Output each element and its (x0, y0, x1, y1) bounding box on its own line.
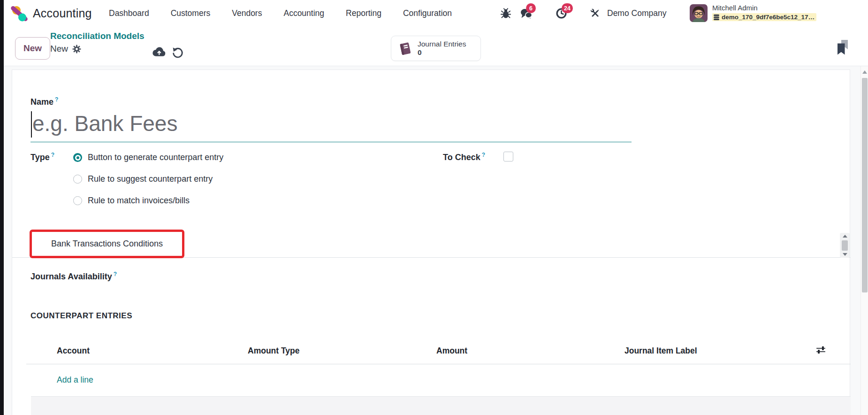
table-header-divider (26, 364, 851, 364)
menu-item-accounting[interactable]: Accounting (283, 8, 324, 18)
left-edge-strip (0, 0, 4, 415)
type-option-rule-match[interactable]: Rule to match invoices/bills (73, 196, 190, 206)
main-content: Name? Type? Button to generate counterpa… (0, 66, 868, 415)
journal-book-icon (398, 41, 412, 56)
breadcrumb-current: New (50, 43, 68, 54)
journals-availability-label: Journals Availability? (30, 271, 117, 282)
discard-undo-icon[interactable] (172, 46, 184, 61)
debug-bug-icon[interactable] (500, 8, 511, 21)
database-icon (713, 14, 720, 21)
annotation-red-box: Bank Transactions Conditions (30, 230, 184, 258)
name-field-label: Name? (30, 96, 58, 107)
radio-label: Rule to suggest counterpart entry (88, 174, 213, 184)
menu-item-dashboard[interactable]: Dashboard (109, 8, 149, 18)
to-check-label-text: To Check (443, 153, 480, 162)
form-sheet: Name? Type? Button to generate counterpa… (12, 69, 850, 415)
breadcrumb: Reconciliation Models New (50, 31, 145, 54)
scroll-up-arrow-icon[interactable] (843, 235, 847, 238)
journals-availability-text: Journals Availability (30, 272, 112, 281)
activities-tray-button[interactable]: 24 (556, 8, 567, 21)
column-header-amount-type[interactable]: Amount Type (248, 346, 300, 356)
name-input-wrap (30, 108, 632, 142)
to-check-field-label: To Check? (443, 152, 485, 162)
app-name: Accounting (33, 7, 92, 20)
database-name: demo_170_9df7e6be5c12_17… (722, 14, 815, 21)
text-caret (31, 111, 32, 138)
scroll-down-arrow-icon[interactable] (843, 253, 847, 256)
column-header-amount[interactable]: Amount (436, 346, 467, 356)
control-panel: New Reconciliation Models New (0, 27, 868, 66)
scrollbar-up-arrow-icon[interactable] (862, 70, 867, 74)
save-cloud-icon[interactable] (152, 46, 166, 59)
messages-tray-button[interactable]: 6 (520, 8, 533, 22)
messages-badge: 6 (526, 3, 536, 13)
action-gear-icon[interactable] (72, 45, 81, 54)
column-header-journal-item-label[interactable]: Journal Item Label (624, 346, 697, 356)
bookmark-icon[interactable] (837, 39, 849, 58)
tools-icon[interactable] (589, 8, 601, 21)
radio-label: Button to generate counterpart entry (88, 153, 223, 162)
menu-item-vendors[interactable]: Vendors (232, 8, 262, 18)
to-check-checkbox[interactable] (503, 152, 513, 161)
to-check-help-icon[interactable]: ? (482, 152, 485, 158)
radio-unselected-icon[interactable] (73, 175, 82, 184)
table-footer (31, 397, 851, 415)
type-field-label: Type? (30, 152, 54, 162)
app-switcher[interactable]: Accounting (10, 0, 92, 27)
inner-scrollbar[interactable] (840, 233, 850, 258)
journal-entries-stat-button[interactable]: Journal Entries 0 (391, 36, 481, 61)
add-a-line-link[interactable]: Add a line (57, 375, 93, 385)
radio-selected-icon[interactable] (73, 153, 82, 162)
main-scrollbar[interactable] (860, 66, 868, 415)
accounting-app-logo (10, 5, 28, 23)
inner-scrollbar-thumb[interactable] (842, 240, 848, 251)
user-avatar[interactable] (690, 4, 708, 22)
main-scrollbar-thumb[interactable] (862, 78, 868, 292)
column-header-account[interactable]: Account (57, 346, 90, 356)
tab-bank-transactions-conditions[interactable]: Bank Transactions Conditions (51, 239, 163, 249)
type-option-rule-suggest[interactable]: Rule to suggest counterpart entry (73, 174, 213, 184)
journal-entries-count: 0 (418, 48, 466, 57)
menu-item-configuration[interactable]: Configuration (403, 8, 452, 18)
name-label-text: Name (30, 97, 53, 107)
journals-availability-help-icon[interactable]: ? (114, 271, 117, 277)
type-option-button-generate[interactable]: Button to generate counterpart entry (73, 153, 223, 162)
radio-label: Rule to match invoices/bills (88, 196, 190, 206)
database-indicator: demo_170_9df7e6be5c12_17… (712, 13, 816, 21)
top-navbar: Accounting Dashboard Customers Vendors A… (0, 0, 868, 27)
main-menu: Dashboard Customers Vendors Accounting R… (109, 0, 452, 27)
counterpart-entries-title: COUNTERPART ENTRIES (30, 311, 132, 321)
journal-entries-label: Journal Entries (418, 40, 466, 48)
menu-item-customers[interactable]: Customers (171, 8, 211, 18)
user-name: Mitchell Admin (712, 3, 816, 12)
menu-item-reporting[interactable]: Reporting (346, 8, 381, 18)
activities-badge: 24 (562, 3, 573, 13)
radio-unselected-icon[interactable] (73, 196, 82, 205)
breadcrumb-reconciliation-models[interactable]: Reconciliation Models (50, 31, 145, 42)
company-switcher[interactable]: Demo Company (607, 0, 666, 27)
new-button[interactable]: New (15, 37, 50, 60)
name-input[interactable] (30, 108, 632, 142)
optional-columns-icon[interactable] (815, 345, 826, 357)
odoo-screen: Accounting Dashboard Customers Vendors A… (0, 0, 868, 415)
type-label-text: Type (30, 153, 50, 162)
name-help-icon[interactable]: ? (55, 96, 58, 103)
user-menu[interactable]: Mitchell Admin demo_170_9df7e6be5c12_17… (712, 3, 816, 21)
type-help-icon[interactable]: ? (51, 152, 54, 158)
